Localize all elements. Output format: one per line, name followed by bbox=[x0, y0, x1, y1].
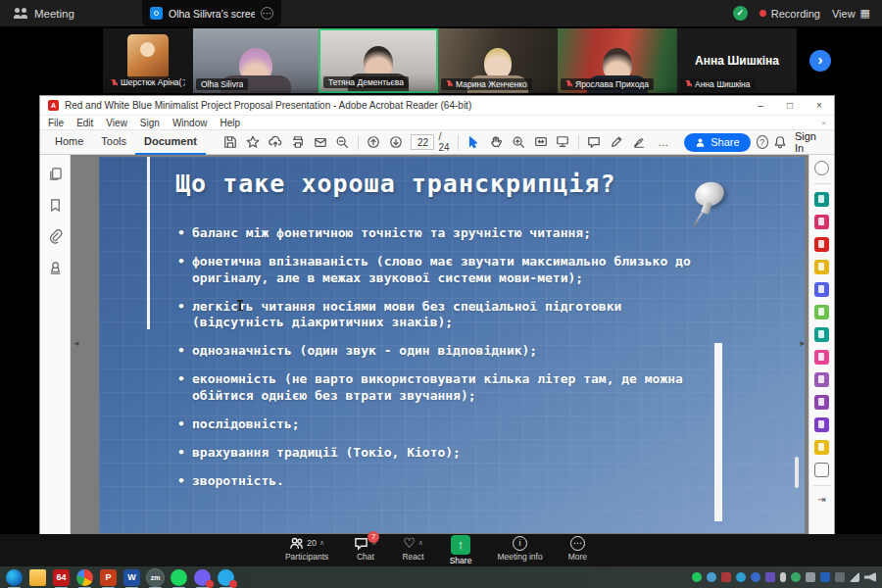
maximize-button[interactable]: □ bbox=[775, 96, 805, 115]
more-button[interactable]: ⋯ More bbox=[568, 535, 587, 565]
taskbar-telegram-icon[interactable] bbox=[218, 569, 234, 586]
fill-sign-icon[interactable] bbox=[627, 129, 650, 155]
tool-request-signatures-icon[interactable] bbox=[814, 395, 829, 410]
window-title-bar[interactable]: A Red and White Blue Minimalist Project … bbox=[40, 96, 834, 116]
taskbar-viber-icon[interactable] bbox=[194, 569, 211, 586]
tool-certificates-icon[interactable] bbox=[814, 417, 829, 432]
close-button[interactable]: × bbox=[805, 96, 834, 115]
taskbar-chrome-icon[interactable] bbox=[76, 569, 93, 586]
star-icon[interactable] bbox=[242, 129, 265, 155]
share-button[interactable]: Share bbox=[684, 133, 750, 152]
tool-fill-sign-icon[interactable] bbox=[814, 350, 829, 365]
scrollbar-thumb[interactable] bbox=[795, 457, 799, 488]
minimize-button[interactable]: – bbox=[746, 96, 775, 115]
meeting-info-button[interactable]: i Meeting info bbox=[497, 535, 542, 565]
tray-microphone-icon[interactable] bbox=[780, 572, 786, 582]
security-shield-icon[interactable]: ✓ bbox=[733, 6, 748, 21]
previous-page-icon[interactable] bbox=[363, 129, 385, 155]
page-thumbnails-icon[interactable] bbox=[48, 167, 63, 181]
email-icon[interactable] bbox=[309, 129, 331, 155]
taskbar-edge-icon[interactable] bbox=[6, 569, 23, 586]
comment-icon[interactable] bbox=[583, 129, 606, 155]
participants-caret-icon[interactable]: ∧ bbox=[319, 539, 324, 547]
tool-search-icon[interactable] bbox=[814, 161, 829, 175]
zoom-out-icon[interactable] bbox=[331, 129, 354, 155]
participant-tile-active-speaker[interactable]: Тетяна Дементьєва bbox=[318, 28, 438, 93]
share-screen-button[interactable]: ↑ Share bbox=[450, 535, 472, 565]
participant-tile[interactable]: Ярослава Прихода bbox=[558, 28, 677, 93]
hand-tool-icon[interactable] bbox=[484, 129, 507, 155]
participant-tile[interactable]: Olha Silivra bbox=[193, 28, 318, 93]
tray-network-icon[interactable] bbox=[850, 572, 859, 582]
document-area[interactable]: Що таке хороша транскрипція? баланс між … bbox=[71, 155, 808, 535]
menu-view[interactable]: View bbox=[106, 118, 127, 128]
tool-edit-pdf-icon[interactable] bbox=[814, 215, 829, 229]
view-button[interactable]: View ▦ bbox=[832, 7, 870, 20]
select-cursor-icon[interactable] bbox=[463, 129, 485, 155]
tab-home[interactable]: Home bbox=[46, 129, 92, 155]
bookmarks-icon[interactable] bbox=[48, 198, 63, 213]
tray-icon[interactable] bbox=[736, 572, 746, 582]
tab-document[interactable]: Document bbox=[135, 129, 206, 155]
taskbar-powerpoint-icon[interactable]: P bbox=[100, 569, 117, 586]
tray-camera-icon[interactable] bbox=[835, 572, 845, 582]
tool-measure-icon[interactable] bbox=[814, 463, 829, 477]
presentation-mode-icon[interactable] bbox=[552, 129, 574, 155]
participant-tile[interactable]: Шерстюк Аріна(アリナ) bbox=[103, 28, 193, 93]
tool-stamp-icon[interactable] bbox=[814, 440, 829, 455]
tab-options-icon[interactable]: ⋯ bbox=[261, 7, 273, 20]
tray-icon[interactable] bbox=[791, 572, 801, 582]
previous-view-arrow[interactable]: ◄ bbox=[73, 339, 80, 348]
react-button[interactable]: ♡ ∧ React bbox=[402, 535, 423, 565]
stamps-icon[interactable] bbox=[48, 261, 63, 275]
taskbar-word-icon[interactable]: W bbox=[123, 569, 140, 586]
pencil-icon[interactable] bbox=[606, 129, 628, 155]
sign-in-link[interactable]: Sign In bbox=[795, 130, 824, 154]
tool-compress-pdf-icon[interactable] bbox=[814, 327, 829, 342]
next-view-arrow[interactable]: ► bbox=[799, 339, 807, 348]
tool-organize-pages-icon[interactable] bbox=[814, 305, 829, 319]
next-participants-button[interactable]: › bbox=[809, 50, 831, 72]
fit-width-icon[interactable] bbox=[529, 129, 552, 155]
tray-icon[interactable] bbox=[765, 572, 775, 582]
next-page-icon[interactable] bbox=[385, 129, 408, 155]
tab-tools[interactable]: Tools bbox=[92, 129, 135, 155]
participant-tile[interactable]: Марина Женченко bbox=[438, 28, 558, 93]
tray-icon[interactable] bbox=[751, 572, 760, 582]
menu-file[interactable]: File bbox=[48, 118, 64, 128]
tray-volume-icon[interactable] bbox=[864, 572, 876, 582]
tray-icon[interactable] bbox=[692, 572, 702, 582]
tool-convert-icon[interactable] bbox=[814, 372, 829, 387]
document-close-icon[interactable]: × bbox=[821, 119, 826, 127]
zoom-in-icon[interactable] bbox=[507, 129, 529, 155]
notification-bell-icon[interactable] bbox=[768, 129, 791, 155]
print-icon[interactable] bbox=[286, 129, 309, 155]
participants-button[interactable]: 20 ∧ Participants bbox=[285, 535, 328, 565]
collapse-panel-icon[interactable]: ⇥ bbox=[817, 494, 825, 505]
participant-tile-camera-off[interactable]: Анна Шишкіна Анна Шишкіна bbox=[677, 28, 797, 93]
cloud-upload-icon[interactable] bbox=[265, 129, 287, 155]
taskbar-app-64-icon[interactable]: 64 bbox=[53, 569, 70, 586]
menu-help[interactable]: Help bbox=[220, 118, 240, 128]
menu-sign[interactable]: Sign bbox=[140, 118, 160, 128]
tool-export-pdf-icon[interactable] bbox=[814, 192, 829, 207]
page-number-input[interactable] bbox=[411, 134, 434, 150]
tool-comment-icon[interactable] bbox=[814, 260, 829, 274]
taskbar-file-explorer-icon[interactable] bbox=[29, 569, 46, 586]
taskbar-zoom-icon[interactable]: zm bbox=[147, 569, 164, 586]
meeting-tab[interactable]: Meeting bbox=[14, 8, 74, 20]
chat-button[interactable]: ∧ 7 Chat bbox=[354, 535, 376, 565]
tool-combine-files-icon[interactable] bbox=[814, 282, 829, 297]
menu-window[interactable]: Window bbox=[172, 118, 208, 128]
tray-icon[interactable] bbox=[721, 572, 731, 582]
menu-edit[interactable]: Edit bbox=[76, 118, 93, 128]
attachments-icon[interactable] bbox=[48, 229, 63, 244]
tool-create-pdf-icon[interactable] bbox=[814, 237, 829, 252]
toolbar-more-icon[interactable]: … bbox=[658, 136, 670, 148]
taskbar-spotify-icon[interactable] bbox=[171, 569, 187, 586]
tray-display-icon[interactable] bbox=[806, 572, 815, 582]
system-tray[interactable] bbox=[692, 566, 876, 588]
help-icon[interactable]: ? bbox=[757, 135, 769, 149]
tray-word-icon[interactable] bbox=[820, 572, 830, 582]
shared-screen-tab[interactable]: Olha Silivra's screen ⋯ bbox=[142, 0, 281, 26]
